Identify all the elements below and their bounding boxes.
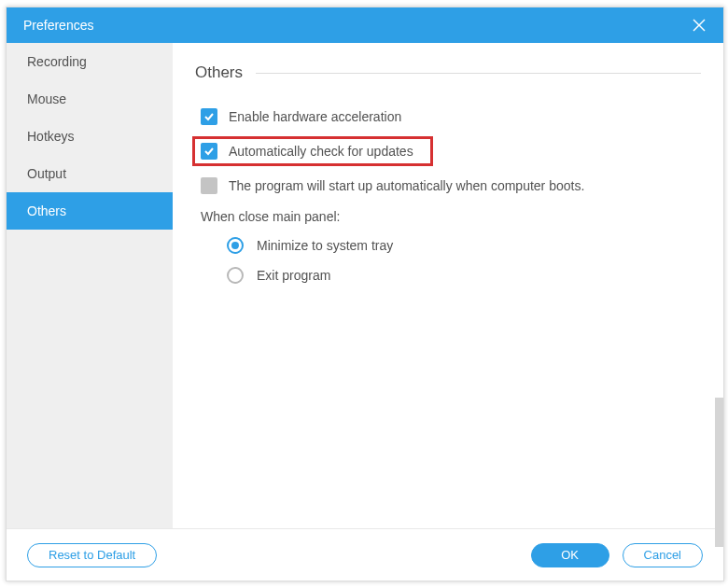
preferences-window: Preferences Recording Mouse Hotkeys Outp…	[6, 7, 724, 581]
sidebar-item-mouse[interactable]: Mouse	[7, 80, 173, 118]
section-header: Others	[195, 63, 701, 82]
row-startup[interactable]: The program will start up automatically …	[195, 177, 701, 194]
row-auto-update[interactable]: Automatically check for updates	[192, 136, 433, 166]
radio-exit[interactable]	[227, 267, 244, 284]
ok-button[interactable]: OK	[531, 543, 609, 567]
sidebar-item-recording[interactable]: Recording	[7, 43, 173, 80]
sidebar-item-output[interactable]: Output	[7, 155, 173, 192]
scrollbar[interactable]	[715, 398, 723, 547]
radio-row-exit[interactable]: Exit program	[195, 267, 701, 284]
reset-button[interactable]: Reset to Default	[27, 543, 157, 567]
row-hw-accel[interactable]: Enable hardware acceleration	[195, 108, 701, 125]
checkbox-auto-update[interactable]	[201, 143, 217, 160]
checkbox-startup[interactable]	[201, 177, 217, 194]
section-title: Others	[195, 63, 243, 82]
sidebar-item-others[interactable]: Others	[7, 192, 173, 230]
label-startup: The program will start up automatically …	[229, 178, 584, 193]
footer: Reset to Default OK Cancel	[7, 528, 723, 581]
section-divider	[256, 73, 701, 74]
close-icon[interactable]	[692, 18, 707, 33]
checkbox-hw-accel[interactable]	[201, 108, 217, 125]
body: Recording Mouse Hotkeys Output Others Ot…	[7, 43, 723, 528]
label-exit: Exit program	[257, 268, 330, 283]
radio-row-minimize[interactable]: Minimize to system tray	[195, 237, 701, 254]
titlebar-title: Preferences	[23, 18, 93, 33]
group-label-close-panel: When close main panel:	[195, 209, 701, 224]
cancel-button[interactable]: Cancel	[623, 543, 703, 567]
sidebar: Recording Mouse Hotkeys Output Others	[7, 43, 173, 528]
content-panel: Others Enable hardware acceleration Auto…	[173, 43, 723, 528]
label-auto-update: Automatically check for updates	[229, 144, 413, 159]
label-hw-accel: Enable hardware acceleration	[229, 109, 401, 124]
sidebar-item-hotkeys[interactable]: Hotkeys	[7, 118, 173, 155]
radio-minimize[interactable]	[227, 237, 244, 254]
label-minimize: Minimize to system tray	[257, 238, 393, 253]
titlebar: Preferences	[7, 7, 723, 43]
